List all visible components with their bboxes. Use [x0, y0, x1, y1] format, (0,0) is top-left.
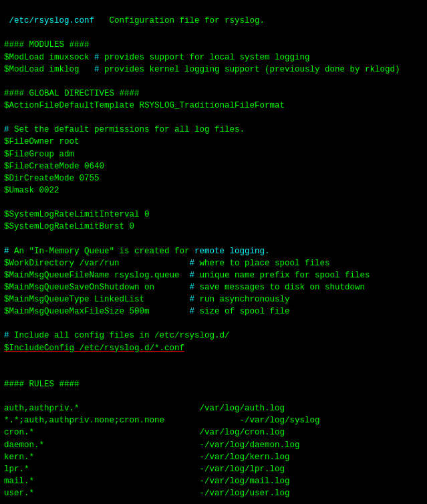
imklog-comment: provides kernel logging support (previou…: [100, 65, 400, 74]
queue-type: $MainMsgQueueType LinkedList: [4, 295, 190, 304]
syslog-rate-burst: $SystemLogRateLimitBurst 0: [4, 222, 134, 231]
comment-hash-9: #: [190, 307, 195, 316]
remote-logging-text: remote logging.: [194, 247, 270, 256]
comment-hash-3: #: [4, 125, 9, 134]
comment-hash-1: #: [94, 53, 100, 62]
comment-hash-2: #: [94, 65, 100, 74]
comment-hash-8: #: [190, 295, 195, 304]
global-directives-header: #### GLOBAL DIRECTIVES ####: [4, 89, 140, 98]
syslog-rule: *.*;auth,authpriv.none;cron.none -/var/l…: [4, 416, 320, 425]
include-config-comment: Include all config files in /etc/rsyslog…: [9, 331, 230, 340]
file-create-mode: $FileCreateMode 0640: [4, 162, 104, 171]
syslog-rate-interval: $SystemLogRateLimitInterval 0: [4, 210, 150, 219]
dir-create-mode: $DirCreateMode 0755: [4, 174, 100, 183]
action-file-template: $ActionFileDefaultTemplate RSYSLOG_Tradi…: [4, 101, 285, 110]
save-shutdown-comment: save messages to disk on shutdown: [194, 283, 365, 292]
file-owner: $FileOwner root: [4, 137, 80, 146]
queue-filename-comment: unique name prefix for spool files: [194, 271, 370, 280]
include-config-line: $IncludeConfig /etc/rsyslog.d/*.conf: [4, 344, 184, 353]
file-group: $FileGroup adm: [4, 150, 74, 159]
comment-hash-6: #: [190, 271, 195, 280]
user-rule: user.* -/var/log/user.log: [4, 489, 290, 498]
comment-hash-5: #: [190, 259, 195, 268]
file-path: /etc/rsyslog.conf: [4, 16, 94, 25]
imuxsock-comment: provides support for local system loggin…: [100, 53, 310, 62]
queue-size-comment: size of spool file: [194, 307, 290, 316]
config-file-content: /etc/rsyslog.conf Configuration file for…: [4, 3, 423, 504]
umask: $Umask 0022: [4, 186, 59, 195]
work-directory: $WorkDirectory /var/run: [4, 259, 190, 268]
kern-rule: kern.* -/var/log/kern.log: [4, 453, 290, 462]
comment-hash-7: #: [190, 283, 195, 292]
work-dir-comment: where to place spool files: [194, 259, 330, 268]
permissions-comment: Set the default permissions for all log …: [9, 125, 245, 134]
queue-filename: $MainMsgQueueFileName rsyslog.queue: [4, 271, 190, 280]
mail-rule: mail.* -/var/log/mail.log: [4, 477, 290, 486]
cron-rule: cron.* /var/log/cron.log: [4, 428, 285, 437]
modules-header: #### MODULES ####: [4, 40, 90, 49]
lpr-rule: lpr.* -/var/log/lpr.log: [4, 465, 285, 474]
file-desc: Configuration file for rsyslog.: [94, 16, 265, 25]
memory-queue-comment: An "In-Memory Queue" is created for: [9, 247, 195, 256]
queue-save-shutdown: $MainMsgQueueSaveOnShutdown on: [4, 283, 190, 292]
auth-rule: auth,authpriv.* /var/log/auth.log: [4, 404, 285, 413]
queue-type-comment: run asynchronously: [194, 295, 290, 304]
modload-imklog: $ModLoad imklog: [4, 65, 94, 74]
daemon-rule: daemon.* -/var/log/daemon.log: [4, 440, 300, 450]
comment-hash-10: #: [4, 331, 9, 340]
queue-max-size: $MainMsgQueueMaxFileSize 500m: [4, 307, 190, 316]
rules-header: #### RULES ####: [4, 380, 80, 389]
comment-hash-4: #: [4, 247, 9, 256]
modload-imuxsock: $ModLoad imuxsock: [4, 53, 94, 62]
